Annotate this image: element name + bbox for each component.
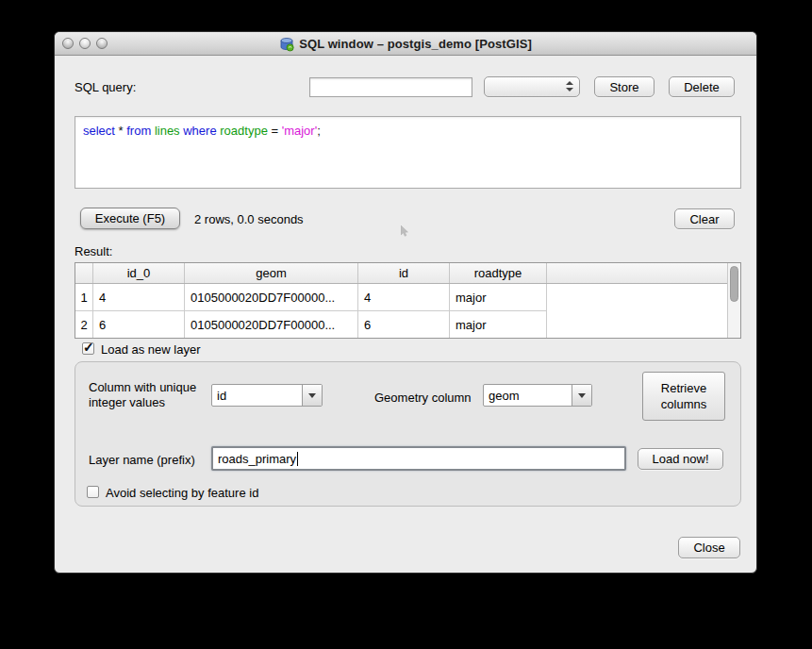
vertical-scrollbar[interactable] — [727, 263, 740, 338]
cell-roadtype[interactable]: major — [450, 311, 547, 339]
table-row[interactable]: 1 4 0105000020DD7F00000... 4 major — [75, 284, 740, 311]
sql-token: where — [183, 124, 220, 138]
cell-geom[interactable]: 0105000020DD7F00000... — [185, 311, 358, 339]
sql-token: from — [126, 124, 155, 138]
cell-id_0[interactable]: 4 — [93, 284, 185, 311]
database-icon — [279, 37, 294, 52]
execute-button[interactable]: Execute (F5) — [80, 208, 180, 229]
cell-id[interactable]: 4 — [358, 284, 450, 311]
cell-geom[interactable]: 0105000020DD7F00000... — [185, 284, 358, 311]
column-header-id[interactable]: id — [358, 263, 450, 283]
delete-button[interactable]: Delete — [669, 76, 735, 97]
unique-column-value: id — [212, 389, 302, 403]
column-header-geom[interactable]: geom — [185, 263, 358, 283]
layer-name-value: roads_primary — [218, 452, 296, 466]
sql-token: 'major' — [282, 124, 317, 138]
avoid-fid-label: Avoid selecting by feature id — [106, 486, 258, 500]
sql-query-label: SQL query: — [75, 80, 136, 94]
cell-id_0[interactable]: 6 — [93, 311, 185, 339]
column-header-id_0[interactable]: id_0 — [93, 263, 185, 283]
corner-header-cell[interactable] — [75, 263, 93, 283]
chevron-down-icon — [572, 385, 591, 406]
stored-query-dropdown[interactable] — [484, 76, 580, 97]
geometry-column-label: Geometry column — [374, 391, 472, 405]
checkmark-icon: ✓ — [83, 340, 94, 355]
sql-token: = — [271, 124, 281, 138]
row-number-cell[interactable]: 2 — [75, 311, 93, 339]
layer-name-label: Layer name (prefix) — [89, 453, 195, 467]
column-header-roadtype[interactable]: roadtype — [450, 263, 547, 283]
sql-token: roadtype — [220, 124, 271, 138]
result-table: id_0 geom id roadtype 1 4 0105000020DD7F… — [75, 262, 741, 339]
layer-name-input[interactable]: roads_primary — [211, 446, 626, 471]
sql-token: select — [83, 124, 119, 138]
load-as-new-layer-checkbox[interactable]: ✓ — [82, 342, 94, 355]
avoid-fid-checkbox[interactable] — [87, 486, 99, 498]
table-header-row: id_0 geom id roadtype — [75, 263, 740, 284]
table-row[interactable]: 2 6 0105000020DD7F00000... 6 major — [75, 311, 740, 339]
close-button[interactable]: Close — [678, 537, 740, 558]
cell-id[interactable]: 6 — [358, 311, 450, 339]
unique-column-dropdown[interactable]: id — [211, 384, 323, 407]
row-number-cell[interactable]: 1 — [75, 284, 93, 311]
sql-window: SQL window – postgis_demo [PostGIS] SQL … — [54, 31, 757, 574]
text-caret — [297, 452, 298, 466]
sql-token: ; — [317, 124, 321, 138]
query-name-input[interactable] — [309, 77, 472, 97]
clear-button[interactable]: Clear — [674, 208, 735, 229]
sql-token: lines — [155, 124, 183, 138]
unique-column-label: Column with unique integer values — [89, 380, 196, 410]
geometry-column-dropdown[interactable]: geom — [483, 384, 592, 407]
store-button[interactable]: Store — [594, 76, 655, 97]
titlebar[interactable]: SQL window – postgis_demo [PostGIS] — [55, 32, 756, 56]
sql-token: * — [119, 124, 127, 138]
cell-roadtype[interactable]: major — [450, 284, 547, 311]
geometry-column-value: geom — [484, 389, 572, 403]
chevron-down-icon — [302, 385, 322, 406]
stepper-arrows-icon — [566, 81, 572, 92]
mouse-cursor-icon — [401, 225, 409, 237]
load-options-groupbox: Column with unique integer values id Geo… — [75, 361, 741, 507]
retrieve-columns-button[interactable]: Retrieve columns — [642, 372, 725, 421]
status-text: 2 rows, 0.0 seconds — [194, 212, 304, 226]
row-filler — [547, 284, 727, 311]
window-title: SQL window – postgis_demo [PostGIS] — [299, 37, 532, 51]
result-label: Result: — [75, 244, 112, 258]
sql-editor[interactable]: select * from lines where roadtype = 'ma… — [75, 116, 741, 189]
load-now-button[interactable]: Load now! — [638, 448, 723, 470]
load-as-new-layer-label: Load as new layer — [101, 342, 201, 357]
scrollbar-thumb[interactable] — [730, 266, 738, 302]
row-filler — [547, 311, 727, 339]
header-filler — [547, 263, 727, 283]
